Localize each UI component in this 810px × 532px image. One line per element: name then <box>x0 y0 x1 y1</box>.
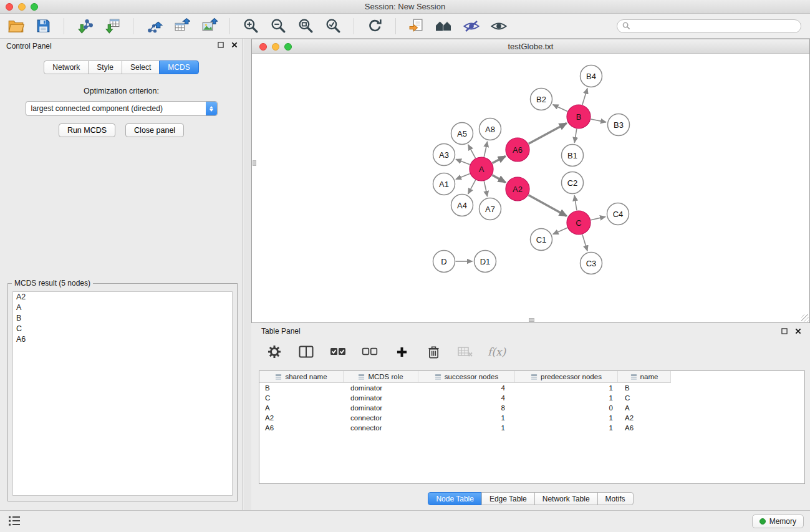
node-B1[interactable]: B1 <box>562 145 584 167</box>
edge-A-A5[interactable] <box>468 145 476 158</box>
canvas-bottom-scrollbar-thumb[interactable] <box>529 318 534 322</box>
close-panel-button[interactable]: Close panel <box>125 123 184 137</box>
node-C3[interactable]: C3 <box>581 253 602 274</box>
gear-icon[interactable] <box>265 342 284 361</box>
mcds-result-item[interactable]: A6 <box>13 334 232 345</box>
float-panel-icon[interactable] <box>218 42 224 48</box>
table-row[interactable]: Adominator80A <box>259 403 804 413</box>
optimization-criterion-dropdown[interactable]: largest connected component (directed) <box>26 101 218 116</box>
export-network-icon[interactable] <box>145 17 163 36</box>
edge-B-B3[interactable] <box>591 119 606 122</box>
column-header-name[interactable]: name <box>618 371 671 383</box>
node-B2[interactable]: B2 <box>531 89 552 110</box>
edge-A-A8[interactable] <box>484 142 487 157</box>
node-A5[interactable]: A5 <box>451 123 473 145</box>
mcds-result-item[interactable]: C <box>13 324 232 334</box>
edge-A-A1[interactable] <box>456 173 470 179</box>
import-network-icon[interactable] <box>75 17 94 36</box>
node-D1[interactable]: D1 <box>475 251 496 273</box>
export-image-icon[interactable] <box>200 17 218 36</box>
edge-A-A4[interactable] <box>468 180 476 194</box>
edge-C-C2[interactable] <box>574 195 577 210</box>
column-header-successor-nodes[interactable]: successor nodes <box>418 371 515 383</box>
edge-A-A2[interactable] <box>493 175 506 183</box>
node-C1[interactable]: C1 <box>531 229 552 251</box>
memory-button[interactable]: Memory <box>752 515 804 528</box>
node-C4[interactable]: C4 <box>607 203 629 225</box>
mcds-result-item[interactable]: A2 <box>13 292 232 302</box>
zoom-selected-icon[interactable] <box>324 17 342 36</box>
table-row[interactable]: A6connector11A6 <box>259 423 804 433</box>
table-row[interactable]: Cdominator41C <box>259 393 804 403</box>
deselect-all-icon[interactable] <box>360 342 379 361</box>
node-D[interactable]: D <box>433 251 455 273</box>
run-mcds-button[interactable]: Run MCDS <box>59 123 115 137</box>
edge-A-A7[interactable] <box>484 181 487 197</box>
window-resize-grip[interactable] <box>801 314 809 322</box>
node-B4[interactable]: B4 <box>581 65 602 87</box>
close-panel-icon[interactable] <box>231 42 238 48</box>
panel-splitter[interactable] <box>244 39 251 510</box>
tab-edge-table[interactable]: Edge Table <box>481 492 535 505</box>
tab-network-table[interactable]: Network Table <box>534 492 598 505</box>
save-session-icon[interactable] <box>34 17 52 36</box>
tab-mcds[interactable]: MCDS <box>159 60 198 74</box>
apply-layout-icon[interactable] <box>365 17 384 36</box>
edge-C-C4[interactable] <box>591 216 606 220</box>
node-A6[interactable]: A6 <box>506 138 529 162</box>
edge-B-B1[interactable] <box>574 129 577 143</box>
import-table-icon[interactable] <box>103 17 122 36</box>
tab-select[interactable]: Select <box>122 60 160 74</box>
node-A4[interactable]: A4 <box>451 195 473 216</box>
node-C2[interactable]: C2 <box>562 172 584 194</box>
trash-icon[interactable] <box>424 342 443 361</box>
zoom-fit-icon[interactable] <box>296 17 315 36</box>
tab-style[interactable]: Style <box>88 60 122 74</box>
node-A3[interactable]: A3 <box>433 144 455 166</box>
tab-network[interactable]: Network <box>44 60 89 74</box>
node-B[interactable]: B <box>567 105 591 128</box>
edge-C-C3[interactable] <box>582 235 587 251</box>
node-A8[interactable]: A8 <box>480 118 501 140</box>
canvas-left-scrollbar-thumb[interactable] <box>253 160 256 166</box>
edge-C-C1[interactable] <box>553 228 567 234</box>
close-table-panel-icon[interactable] <box>795 328 801 334</box>
network-canvas[interactable]: B4B2BB3A5A8A6B1A3AC2A1A2A4A7CC4C1C3DD1 <box>252 54 809 322</box>
edge-A-A6[interactable] <box>493 156 506 163</box>
export-table-icon[interactable] <box>172 17 191 36</box>
show-details-eye-icon[interactable] <box>489 17 508 36</box>
search-field[interactable] <box>617 19 801 33</box>
column-header-shared-name[interactable]: shared name <box>259 371 344 383</box>
mcds-result-item[interactable]: A <box>13 302 232 313</box>
node-A1[interactable]: A1 <box>433 173 455 195</box>
add-column-icon[interactable] <box>392 342 411 361</box>
show-columns-icon[interactable] <box>297 342 316 361</box>
edge-B-B4[interactable] <box>582 89 587 105</box>
column-header-mcds-role[interactable]: MCDS role <box>344 371 418 383</box>
open-session-icon[interactable] <box>6 17 25 36</box>
column-header-predecessor-nodes[interactable]: predecessor nodes <box>515 371 618 383</box>
node-C[interactable]: C <box>567 211 591 235</box>
table-row[interactable]: A2connector11A2 <box>259 413 804 423</box>
home-icon[interactable] <box>435 17 453 36</box>
node-B3[interactable]: B3 <box>608 114 630 136</box>
edge-A-A3[interactable] <box>456 159 470 164</box>
tab-motifs[interactable]: Motifs <box>597 492 634 505</box>
edge-A2-C[interactable] <box>529 195 567 216</box>
tab-node-table[interactable]: Node Table <box>428 492 482 505</box>
node-A7[interactable]: A7 <box>480 198 501 220</box>
table-row[interactable]: Bdominator41B <box>259 383 804 393</box>
zoom-out-icon[interactable] <box>269 17 287 36</box>
task-history-icon[interactable] <box>7 515 21 528</box>
edge-A6-B[interactable] <box>529 123 567 144</box>
float-table-panel-icon[interactable] <box>781 328 788 334</box>
node-A[interactable]: A <box>470 157 493 181</box>
mcds-result-list[interactable]: A2ABCA6 <box>12 291 233 496</box>
hide-details-eye-icon[interactable] <box>462 17 481 36</box>
search-input[interactable] <box>634 22 796 31</box>
node-A2[interactable]: A2 <box>506 177 529 201</box>
edge-B-B2[interactable] <box>553 105 567 112</box>
first-neighbors-icon[interactable] <box>407 17 426 36</box>
select-all-icon[interactable] <box>329 342 347 361</box>
network-window-titlebar[interactable]: testGlobe.txt <box>252 39 809 54</box>
